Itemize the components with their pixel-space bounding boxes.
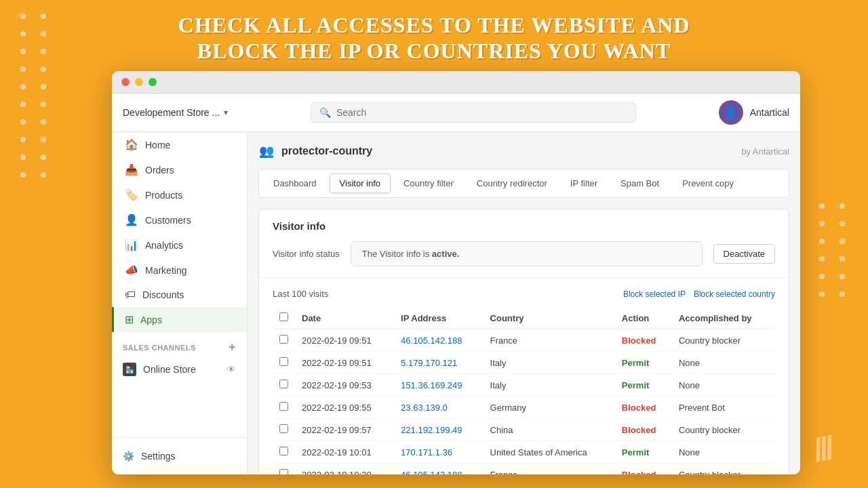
decorative-dots-left bbox=[20, 14, 49, 178]
browser-close-btn[interactable] bbox=[121, 78, 130, 86]
block-selected-ip-link[interactable]: Block selected IP bbox=[623, 289, 686, 299]
sidebar-label-marketing: Marketing bbox=[145, 265, 186, 276]
browser-maximize-btn[interactable] bbox=[149, 78, 157, 86]
status-row: Visitor info status The Visitor info is … bbox=[273, 241, 775, 266]
sidebar-item-customers[interactable]: 👤 Customers bbox=[112, 207, 247, 232]
tab-spam-bot[interactable]: Spam Bot bbox=[610, 174, 669, 193]
cell-accomplished-2: None bbox=[672, 374, 775, 396]
cell-country-0: France bbox=[484, 329, 615, 352]
cell-country-6: France bbox=[484, 464, 615, 475]
tabs-bar: Dashboard Visitor info Country filter Co… bbox=[258, 169, 789, 198]
cell-action-5: Permit bbox=[615, 441, 672, 464]
cell-ip-5: 170.171.1.36 bbox=[394, 441, 483, 464]
section-title: Visitor info bbox=[273, 220, 775, 232]
decorative-dots-right bbox=[819, 203, 848, 297]
cell-date-4: 2022-02-19 09:57 bbox=[295, 419, 394, 441]
col-accomplished-by: Accomplished by bbox=[672, 307, 775, 329]
row-checkbox-3[interactable] bbox=[279, 402, 288, 411]
cell-country-2: Italy bbox=[484, 374, 615, 396]
tab-dashboard[interactable]: Dashboard bbox=[263, 174, 327, 193]
store-selector[interactable]: Developement Store ... ▾ bbox=[123, 107, 228, 118]
tab-prevent-copy[interactable]: Prevent copy bbox=[672, 174, 744, 193]
sidebar-item-online-store[interactable]: 🏪 Online Store 👁 bbox=[112, 357, 247, 382]
row-checkbox-6[interactable] bbox=[279, 469, 288, 474]
table-row: 2022-02-19 10:20 46.105.142.188 France B… bbox=[273, 464, 775, 475]
decorative-slashes: /// bbox=[810, 429, 833, 469]
browser-minimize-btn[interactable] bbox=[135, 78, 143, 86]
tab-country-filter[interactable]: Country filter bbox=[393, 174, 464, 193]
cell-ip-3: 23.63.139.0 bbox=[394, 396, 483, 419]
content-wrapper: 🏠 Home 📥 Orders 🏷️ Products 👤 Customers … bbox=[112, 132, 800, 474]
sales-channels-section: SALES CHANNELS + bbox=[112, 332, 247, 357]
table-title: Last 100 visits bbox=[273, 289, 328, 299]
username: Antartical bbox=[750, 107, 789, 118]
cell-country-5: United States of America bbox=[484, 441, 615, 464]
cell-accomplished-3: Prevent Bot bbox=[672, 396, 775, 419]
table-row: 2022-02-19 09:53 151.36.169.249 Italy Pe… bbox=[273, 374, 775, 396]
status-label: Visitor info status bbox=[273, 249, 340, 259]
sidebar-item-settings[interactable]: ⚙️ Settings bbox=[112, 445, 247, 468]
chevron-down-icon: ▾ bbox=[224, 108, 228, 117]
cell-action-2: Permit bbox=[615, 374, 672, 396]
cell-ip-0: 46.105.142.188 bbox=[394, 329, 483, 352]
main-content: 👥 protector-country by Antartical Dashbo… bbox=[248, 132, 800, 474]
block-selected-country-link[interactable]: Block selected country bbox=[694, 289, 775, 299]
app-title: protector-country bbox=[281, 145, 372, 157]
sidebar-item-discounts[interactable]: 🏷 Discounts bbox=[112, 283, 247, 307]
tab-visitor-info[interactable]: Visitor info bbox=[330, 174, 391, 193]
sidebar-item-marketing[interactable]: 📣 Marketing bbox=[112, 258, 247, 283]
browser-chrome bbox=[112, 71, 800, 94]
sidebar-label-analytics: Analytics bbox=[145, 240, 183, 251]
col-country: Country bbox=[484, 307, 615, 329]
store-name: Developement Store ... bbox=[123, 107, 220, 118]
search-bar: 🔍 bbox=[311, 102, 636, 123]
tab-country-redirector[interactable]: Country redirector bbox=[467, 174, 557, 193]
cell-date-1: 2022-02-19 09:51 bbox=[295, 352, 394, 374]
sidebar-label-online-store: Online Store bbox=[143, 364, 196, 375]
cell-accomplished-5: None bbox=[672, 441, 775, 464]
cell-accomplished-1: None bbox=[672, 352, 775, 374]
deactivate-button[interactable]: Deactivate bbox=[713, 244, 775, 264]
cell-action-0: Blocked bbox=[615, 329, 672, 352]
sidebar-item-products[interactable]: 🏷️ Products bbox=[112, 182, 247, 207]
eye-icon[interactable]: 👁 bbox=[226, 364, 236, 375]
top-bar: Developement Store ... ▾ 🔍 👤 Antartical bbox=[112, 94, 800, 132]
app-header: 👥 protector-country by Antartical bbox=[258, 143, 789, 159]
settings-icon: ⚙️ bbox=[123, 451, 134, 462]
table-row: 2022-02-19 09:51 46.105.142.188 France B… bbox=[273, 329, 775, 352]
sidebar-item-home[interactable]: 🏠 Home bbox=[112, 132, 247, 157]
row-checkbox-0[interactable] bbox=[279, 335, 288, 344]
add-sales-channel-btn[interactable]: + bbox=[229, 340, 236, 354]
sidebar: 🏠 Home 📥 Orders 🏷️ Products 👤 Customers … bbox=[112, 132, 248, 474]
app-by: by Antartical bbox=[741, 146, 789, 157]
cell-date-5: 2022-02-19 10:01 bbox=[295, 441, 394, 464]
cell-date-2: 2022-02-19 09:53 bbox=[295, 374, 394, 396]
cell-date-3: 2022-02-19 09:55 bbox=[295, 396, 394, 419]
select-all-checkbox[interactable] bbox=[279, 312, 288, 321]
cell-action-6: Blocked bbox=[615, 464, 672, 475]
sidebar-label-discounts: Discounts bbox=[142, 289, 184, 300]
col-action: Action bbox=[615, 307, 672, 329]
sidebar-label-apps: Apps bbox=[140, 314, 162, 325]
search-icon: 🔍 bbox=[319, 107, 331, 118]
visitor-info-card: Visitor info Visitor info status The Vis… bbox=[258, 209, 789, 474]
sidebar-item-analytics[interactable]: 📊 Analytics bbox=[112, 232, 247, 258]
sidebar-item-orders[interactable]: 📥 Orders bbox=[112, 157, 247, 182]
discounts-icon: 🏷 bbox=[125, 289, 136, 301]
row-checkbox-2[interactable] bbox=[279, 380, 288, 388]
cell-action-3: Blocked bbox=[615, 396, 672, 419]
sidebar-label-home: Home bbox=[145, 140, 170, 150]
row-checkbox-5[interactable] bbox=[279, 447, 288, 455]
visitor-info-status-section: Visitor info Visitor info status The Vis… bbox=[259, 209, 789, 278]
sidebar-item-apps[interactable]: ⊞ Apps bbox=[112, 307, 247, 332]
table-section: Last 100 visits Block selected IP Block … bbox=[259, 278, 789, 474]
tab-ip-filter[interactable]: IP filter bbox=[560, 174, 608, 193]
cell-country-3: Germany bbox=[484, 396, 615, 419]
table-actions: Block selected IP Block selected country bbox=[623, 289, 775, 299]
search-input[interactable] bbox=[336, 107, 627, 118]
row-checkbox-4[interactable] bbox=[279, 424, 288, 433]
cell-date-0: 2022-02-19 09:51 bbox=[295, 329, 394, 352]
row-checkbox-1[interactable] bbox=[279, 357, 288, 366]
orders-icon: 📥 bbox=[125, 163, 138, 176]
cell-ip-6: 46.105.142.188 bbox=[394, 464, 483, 475]
